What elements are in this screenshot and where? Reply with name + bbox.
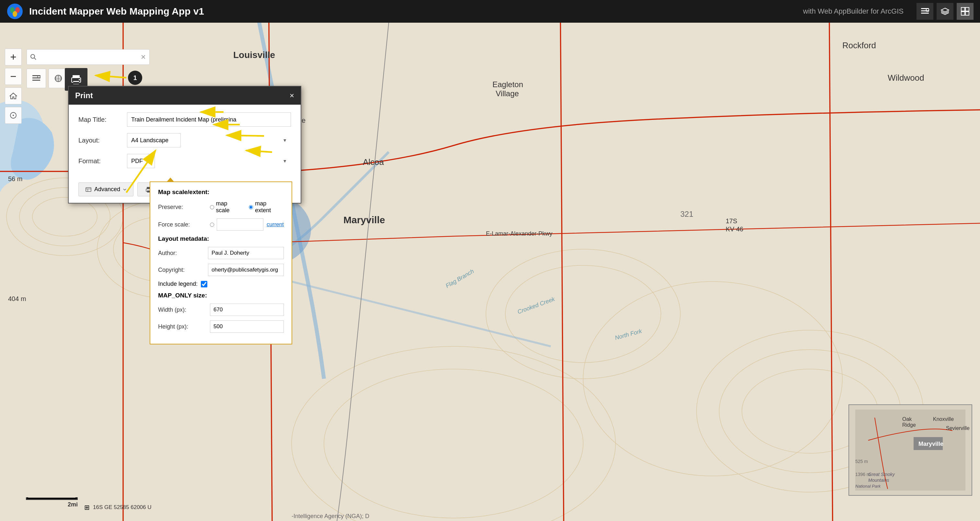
svg-text:Mountains: Mountains [868, 478, 889, 483]
height-label: Height (px): [158, 323, 210, 330]
header-actions [916, 3, 974, 20]
search-bar: Maryville, Tennessee, United S ✕ [27, 49, 150, 65]
width-row: Width (px): [158, 304, 284, 316]
map-scale-radio[interactable] [210, 205, 214, 209]
copyright-input[interactable] [208, 264, 284, 276]
map-title-label: Map Title: [78, 116, 127, 123]
home-button[interactable] [5, 88, 22, 104]
left-toolbar [5, 49, 22, 124]
format-select[interactable]: PDF PNG32 PNG8 JPG GIF [127, 154, 155, 168]
coordinates-bar: ⊞ 16S GE 52585 62006 U [84, 503, 152, 511]
svg-text:525 m: 525 m [855, 459, 868, 464]
svg-rect-9 [961, 8, 965, 11]
coords-icon: ⊞ [84, 503, 90, 511]
print-dialog-title: Print [75, 91, 93, 100]
map-scale-radio-item: map scale [210, 200, 243, 214]
search-input[interactable]: Maryville, Tennessee, United S [39, 54, 141, 61]
svg-point-89 [79, 79, 80, 80]
svg-text:KV 46: KV 46 [726, 226, 743, 233]
preserve-label: Preserve: [158, 204, 210, 210]
map-title-input[interactable] [127, 112, 291, 127]
annotation-1-label: 1 [133, 74, 137, 82]
copyright-row: Copyright: [158, 264, 284, 276]
scale-bar: 2mi [26, 497, 78, 508]
svg-text:Oak: Oak [902, 416, 912, 422]
height-input[interactable] [210, 320, 284, 333]
app-header: Incident Mapper Web Mapping App v1 with … [0, 0, 980, 23]
map-scale-label: map scale [216, 200, 243, 214]
svg-text:Eagleton: Eagleton [492, 80, 523, 89]
include-legend-checkbox[interactable] [201, 281, 207, 287]
grid-view-button[interactable] [957, 3, 974, 20]
coordinates-text: 16S GE 52585 62006 U [93, 504, 152, 511]
list-view-button[interactable] [916, 3, 933, 20]
svg-text:Sevierville: Sevierville [946, 425, 970, 431]
svg-rect-6 [921, 13, 929, 14]
layers-button[interactable] [937, 3, 953, 20]
svg-point-3 [13, 11, 17, 17]
width-input[interactable] [210, 304, 284, 316]
zoom-in-button[interactable] [5, 49, 22, 65]
svg-text:17S: 17S [726, 217, 737, 225]
print-dialog-body: Map Title: Layout: A4 Landscape A4 Portr… [69, 105, 301, 182]
svg-text:404 m: 404 m [8, 295, 26, 302]
svg-text:E-Lamar-Alexander-Pkwy: E-Lamar-Alexander-Pkwy [486, 230, 552, 237]
svg-text:Wildwood: Wildwood [888, 73, 924, 83]
author-input[interactable] [208, 247, 284, 259]
advanced-button-label: Advanced [94, 186, 120, 193]
author-row: Author: [158, 247, 284, 259]
layer-list-button[interactable] [27, 69, 46, 88]
map-extent-radio[interactable] [249, 205, 253, 209]
zoom-out-button[interactable] [5, 68, 22, 85]
svg-text:National Park: National Park [855, 484, 881, 489]
svg-line-84 [34, 58, 36, 60]
app-logo [6, 3, 23, 20]
svg-text:Rockford: Rockford [842, 40, 876, 50]
search-clear-button[interactable]: ✕ [141, 53, 146, 61]
include-legend-label: Include legend: [158, 280, 197, 287]
svg-rect-12 [966, 12, 969, 15]
height-row: Height (px): [158, 320, 284, 333]
preserve-radio-group: map scale map extent [210, 200, 284, 214]
layout-row: Layout: A4 Landscape A4 Portrait Letter … [78, 133, 291, 147]
layout-select[interactable]: A4 Landscape A4 Portrait Letter Landscap… [127, 133, 181, 147]
svg-text:Village: Village [496, 89, 519, 98]
print-dialog-close-button[interactable]: × [290, 91, 294, 100]
app-title: Incident Mapper Web Mapping App v1 [29, 6, 803, 17]
svg-text:Knoxville: Knoxville [933, 416, 954, 422]
svg-marker-72 [10, 93, 16, 99]
copyright-label: Copyright: [158, 267, 208, 274]
preserve-row: Preserve: map scale map extent [158, 200, 284, 214]
map-extent-radio-item: map extent [249, 200, 284, 214]
force-scale-label: Force scale: [158, 221, 210, 228]
scale-bar-label: 2mi [26, 501, 78, 508]
compass-button[interactable] [5, 107, 22, 124]
map-only-title: MAP_ONLY size: [158, 292, 284, 299]
search-icon [30, 54, 37, 60]
annotation-1: 1 [128, 71, 142, 85]
layout-select-wrapper: A4 Landscape A4 Portrait Letter Landscap… [127, 133, 291, 147]
svg-text:Louisville: Louisville [233, 50, 275, 60]
svg-marker-8 [941, 8, 949, 12]
svg-text:56 m: 56 m [8, 175, 22, 182]
svg-point-83 [31, 54, 35, 58]
svg-text:Great Smoky: Great Smoky [868, 472, 895, 477]
map-title-row: Map Title: [78, 112, 291, 127]
force-scale-input[interactable] [217, 218, 263, 231]
app-subtitle: with Web AppBuilder for ArcGIS [803, 7, 904, 16]
current-link[interactable]: current [267, 221, 284, 228]
author-label: Author: [158, 250, 208, 257]
force-scale-radio[interactable] [210, 223, 214, 227]
svg-text:Ridge: Ridge [902, 422, 916, 428]
chevron-down-icon [123, 188, 127, 191]
svg-text:-Intelligence Agency (NGA); D: -Intelligence Agency (NGA); D [291, 513, 369, 519]
map-scale-title: Map scale/extent: [158, 188, 284, 196]
advanced-panel: Map scale/extent: Preserve: map scale ma… [150, 182, 292, 344]
layout-metadata-title: Layout metadata: [158, 235, 284, 242]
width-label: Width (px): [158, 306, 210, 313]
svg-text:Maryville: Maryville [344, 215, 385, 225]
map-container[interactable]: Louisville McGhee Tyson Airport Alcoa Ma… [0, 23, 980, 521]
format-select-wrapper: PDF PNG32 PNG8 JPG GIF [127, 154, 291, 168]
svg-rect-77 [32, 80, 40, 81]
advanced-button[interactable]: Advanced [78, 182, 134, 196]
